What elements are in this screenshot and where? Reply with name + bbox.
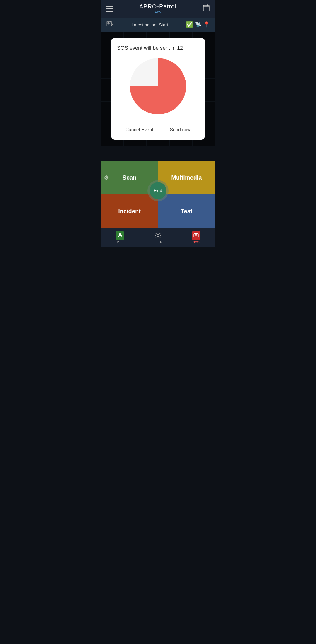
test-label: Test <box>181 208 193 215</box>
svg-line-46 <box>160 233 160 234</box>
modal-buttons: Cancel Event Send now <box>117 123 199 135</box>
pin-icon: 📍 <box>203 21 210 28</box>
app-name-label: APRO-Patrol <box>139 3 176 10</box>
app-sub-label: Pro <box>139 10 176 14</box>
main-background: SOS event will be sent in 12 Cancel Even… <box>101 32 215 146</box>
modal-title: SOS event will be sent in 12 <box>117 45 183 51</box>
svg-point-5 <box>108 22 109 24</box>
ptt-icon <box>116 231 124 240</box>
pie-svg <box>129 57 187 116</box>
ptt-label: PTT <box>117 240 123 244</box>
svg-rect-47 <box>194 234 198 237</box>
latest-action-text: Latest action: Start <box>131 22 168 27</box>
svg-rect-0 <box>203 5 209 11</box>
sos-label: SOS <box>193 240 199 244</box>
torch-label: Torch <box>154 240 162 244</box>
sos-icon <box>192 231 200 240</box>
svg-line-45 <box>156 237 156 238</box>
end-button-wrapper: End <box>147 180 169 201</box>
app-title: APRO-Patrol Pro <box>139 3 176 14</box>
signal-icon: 📡 <box>195 21 201 28</box>
location-icon <box>106 20 114 30</box>
multimedia-label: Multimedia <box>171 174 202 181</box>
torch-icon <box>154 231 162 240</box>
settings-icon[interactable]: ⚙ <box>104 175 109 181</box>
svg-line-41 <box>156 233 156 234</box>
send-now-button[interactable]: Send now <box>165 125 195 135</box>
incident-label: Incident <box>118 208 141 215</box>
status-icons: ✅ 📡 📍 <box>186 21 210 28</box>
sos-modal: SOS event will be sent in 12 Cancel Even… <box>111 38 205 140</box>
bottom-nav: PTT Torch SOS <box>101 228 215 247</box>
nav-torch[interactable]: Torch <box>154 231 162 244</box>
end-button[interactable]: End <box>150 182 166 199</box>
countdown-pie <box>129 57 187 116</box>
header: APRO-Patrol Pro <box>101 0 215 18</box>
nav-sos[interactable]: SOS <box>192 231 200 244</box>
cancel-event-button[interactable]: Cancel Event <box>121 125 158 135</box>
svg-point-38 <box>157 234 159 237</box>
scan-label: Scan <box>123 174 137 181</box>
check-icon: ✅ <box>186 21 193 28</box>
end-button-outer: End <box>147 180 169 201</box>
menu-button[interactable] <box>106 6 113 12</box>
calendar-button[interactable] <box>202 4 210 14</box>
action-bar: Latest action: Start ✅ 📡 📍 <box>101 18 215 32</box>
svg-line-42 <box>160 237 160 238</box>
nav-ptt[interactable]: PTT <box>116 231 124 244</box>
modal-overlay: SOS event will be sent in 12 Cancel Even… <box>101 32 215 146</box>
